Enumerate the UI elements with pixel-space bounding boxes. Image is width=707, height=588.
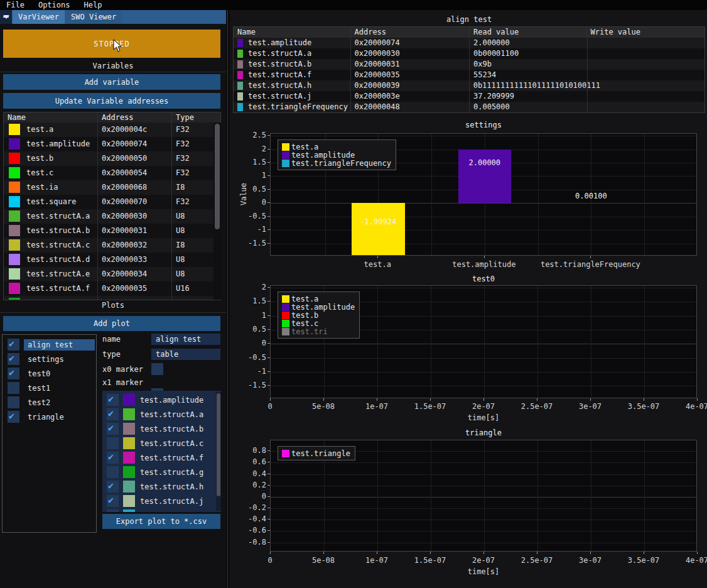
write-value-cell[interactable]	[587, 48, 705, 59]
series-visible-checkbox[interactable]	[107, 394, 119, 406]
table-row[interactable]: test.structA.f0x2000003555234	[234, 70, 704, 80]
legend-item[interactable]: test.b	[282, 311, 355, 319]
color-swatch[interactable]	[9, 138, 20, 150]
color-swatch[interactable]	[123, 452, 135, 464]
plot-row[interactable]: test1	[3, 381, 96, 395]
scrollbar-thumb[interactable]	[217, 393, 220, 496]
read-value-cell[interactable]: 0b00001100	[470, 48, 587, 59]
legend-item[interactable]: test.c	[282, 319, 355, 327]
table-row[interactable]: test.c0x20000054F32	[4, 166, 220, 180]
plot-name[interactable]: settings	[24, 354, 95, 365]
add-plot-button[interactable]: Add plot	[3, 316, 220, 331]
add-variable-button[interactable]: Add variable	[3, 74, 220, 90]
table-row[interactable]: test.structA.d0x20000033U8	[4, 253, 220, 267]
table-row[interactable]: test.structA.b0x200000310x9b	[234, 59, 704, 70]
collapse-arrow-icon[interactable]	[0, 10, 12, 24]
color-swatch[interactable]	[9, 225, 20, 236]
plot-name[interactable]: test2	[24, 397, 95, 408]
legend-item[interactable]: test.a	[282, 143, 391, 151]
write-value-cell[interactable]	[587, 102, 705, 112]
color-swatch[interactable]	[9, 182, 20, 193]
legend-item[interactable]: test.triangleFrequency	[282, 159, 391, 167]
read-value-cell[interactable]: 55234	[470, 70, 587, 80]
plot-name[interactable]: test1	[24, 383, 95, 394]
x0-marker-checkbox[interactable]	[151, 363, 163, 375]
table-row[interactable]: test.square0x20000070F32	[4, 195, 220, 209]
plot-row[interactable]: triangle	[3, 410, 96, 424]
series-visible-checkbox[interactable]	[107, 466, 119, 478]
color-swatch[interactable]	[9, 298, 20, 300]
legend-item[interactable]: test.triangle	[282, 449, 350, 457]
read-value-cell[interactable]: 0b11111111111011111010100111	[470, 80, 587, 91]
tab-swo-viewer[interactable]: SWO Viewer	[65, 10, 122, 24]
table-row[interactable]: test.structA.b0x20000031U8	[4, 224, 220, 238]
column-header[interactable]: Address	[98, 112, 172, 122]
plot-row[interactable]: align test	[3, 337, 96, 352]
table-row[interactable]: test.ia0x20000068I8	[4, 180, 220, 195]
read-value-cell[interactable]: 0.005000	[470, 102, 587, 112]
legend-item[interactable]: test.amplitude	[282, 151, 391, 159]
series-visible-checkbox[interactable]	[107, 481, 119, 493]
legend-item[interactable]: test.a	[282, 295, 355, 303]
series-visible-checkbox[interactable]	[107, 408, 119, 420]
table-row[interactable]: test.structA.j0x2000003e37.209999	[234, 91, 704, 102]
plot-visible-checkbox[interactable]	[8, 396, 19, 408]
series-visible-checkbox[interactable]	[107, 452, 119, 464]
write-value-cell[interactable]	[587, 80, 704, 91]
update-variable-addresses-button[interactable]: Update Variable addresses	[3, 93, 220, 109]
table-row[interactable]: test.structA.a0x200000300b00001100	[234, 48, 704, 59]
series-visible-checkbox[interactable]	[107, 423, 119, 435]
color-swatch[interactable]	[9, 196, 20, 207]
color-swatch[interactable]	[123, 394, 135, 406]
series-row[interactable]: test.structA.b	[102, 422, 215, 436]
series-scrollbar[interactable]	[216, 392, 221, 511]
color-swatch[interactable]	[9, 210, 20, 222]
series-row[interactable]: test.structA.f	[102, 450, 215, 465]
series-visible-checkbox[interactable]	[107, 495, 119, 507]
plot-visible-checkbox[interactable]	[8, 411, 19, 423]
write-value-cell[interactable]	[587, 91, 705, 102]
color-swatch[interactable]	[123, 423, 135, 435]
write-value-cell[interactable]	[587, 59, 705, 70]
plot-type-select[interactable]: table	[151, 349, 220, 360]
color-swatch[interactable]	[9, 167, 20, 178]
plot-name[interactable]: test0	[24, 368, 95, 379]
table-row[interactable]: test.structA.f0x20000035U16	[4, 281, 220, 296]
series-row[interactable]: test.structA.h	[102, 479, 215, 494]
color-swatch[interactable]	[123, 481, 135, 493]
tab-varviewer[interactable]: VarViewer	[13, 10, 65, 24]
plot-visible-checkbox[interactable]	[8, 339, 19, 351]
color-swatch[interactable]	[9, 153, 20, 164]
series-row[interactable]: test.structA.g	[102, 465, 215, 479]
read-value-cell[interactable]: 37.209999	[470, 91, 587, 102]
plot-row[interactable]: settings	[3, 352, 96, 366]
table-row[interactable]: test.structA.e0x20000034U8	[4, 267, 220, 281]
color-swatch[interactable]	[123, 495, 135, 507]
series-row[interactable]: test.structA.c	[102, 436, 215, 450]
series-visible-checkbox[interactable]	[107, 437, 119, 449]
column-header[interactable]: Name	[234, 27, 351, 38]
table-row[interactable]	[4, 296, 220, 300]
plot-area-triangle[interactable]: test.triangle	[270, 440, 697, 552]
plot-row[interactable]: test2	[3, 395, 96, 410]
table-row[interactable]: test.triangleFrequency0x200000480.005000	[234, 102, 704, 112]
table-row[interactable]: test.structA.h0x200000390b11111111111011…	[234, 80, 704, 91]
series-row[interactable]	[102, 508, 215, 512]
color-swatch[interactable]	[123, 437, 135, 449]
scrollbar-thumb[interactable]	[215, 124, 220, 229]
table-row[interactable]: test.a0x2000004cF32	[4, 122, 220, 137]
color-swatch[interactable]	[123, 466, 135, 478]
column-header[interactable]: Type	[172, 112, 214, 122]
write-value-cell[interactable]	[587, 70, 705, 80]
column-header[interactable]: Address	[351, 27, 470, 38]
column-header[interactable]: Read value	[470, 27, 587, 38]
color-swatch[interactable]	[123, 509, 135, 512]
plot-area-settings[interactable]: -1.999242.000000.00100test.atest.amplitu…	[270, 133, 697, 256]
plot-visible-checkbox[interactable]	[8, 368, 19, 379]
legend-item[interactable]: test.amplitude	[282, 303, 355, 311]
color-swatch[interactable]	[123, 408, 135, 420]
acquisition-state-button[interactable]: STOPPED	[3, 30, 220, 58]
series-visible-checkbox[interactable]	[107, 509, 119, 512]
color-swatch[interactable]	[9, 239, 20, 251]
menu-item-options[interactable]: Options	[38, 1, 70, 9]
